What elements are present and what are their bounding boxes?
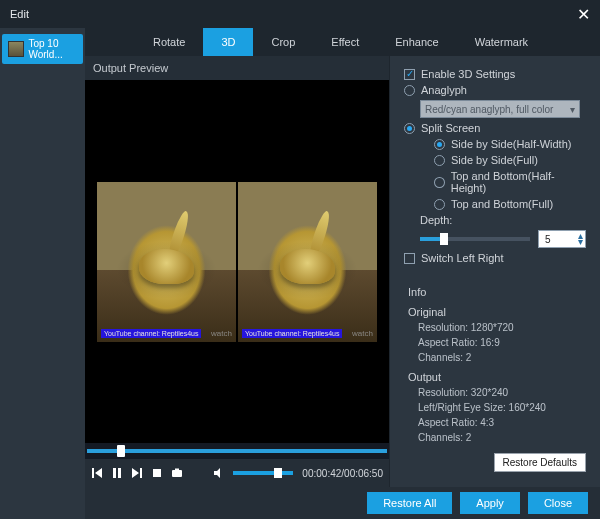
settings-panel: Enable 3D Settings Anaglyph Red/cyan ana… — [390, 56, 600, 487]
enable-3d-label: Enable 3D Settings — [421, 68, 515, 80]
depth-label: Depth: — [420, 214, 452, 226]
sidebar: Top 10 World... — [0, 28, 85, 519]
anaglyph-combo[interactable]: Red/cyan anaglyph, full color ▾ — [420, 100, 580, 118]
tab-3d[interactable]: 3D — [203, 28, 253, 56]
prev-button[interactable] — [91, 467, 103, 479]
tb-half-radio[interactable] — [434, 177, 445, 188]
overlay-channel: YouTube channel: Reptiles4us — [242, 329, 342, 338]
volume-icon[interactable] — [213, 467, 225, 479]
sbs-full-radio[interactable] — [434, 155, 445, 166]
tb-full-label: Top and Bottom(Full) — [451, 198, 553, 210]
tab-effect[interactable]: Effect — [313, 28, 377, 56]
preview-column: Output Preview YouTube channel: Reptiles… — [85, 56, 390, 487]
progress-handle[interactable] — [117, 445, 125, 457]
restore-all-button[interactable]: Restore All — [367, 492, 452, 514]
original-channels: Channels: 2 — [408, 352, 586, 363]
preview-video: YouTube channel: Reptiles4us watch YouTu… — [97, 182, 377, 342]
preview-label: Output Preview — [85, 56, 389, 80]
split-screen-label: Split Screen — [421, 122, 480, 134]
stop-button[interactable] — [151, 467, 163, 479]
tab-enhance[interactable]: Enhance — [377, 28, 456, 56]
tab-crop[interactable]: Crop — [253, 28, 313, 56]
sidebar-item-label: Top 10 World... — [28, 38, 77, 60]
time-display: 00:00:42/00:06:50 — [302, 468, 383, 479]
output-resolution: Resolution: 320*240 — [408, 387, 586, 398]
snapshot-button[interactable] — [171, 467, 183, 479]
overlay-channel: YouTube channel: Reptiles4us — [101, 329, 201, 338]
sbs-full-label: Side by Side(Full) — [451, 154, 538, 166]
pause-button[interactable] — [111, 467, 123, 479]
tabs: Rotate 3D Crop Effect Enhance Watermark — [85, 28, 600, 56]
output-aspect: Aspect Ratio: 4:3 — [408, 417, 586, 428]
restore-defaults-button[interactable]: Restore Defaults — [494, 453, 586, 472]
apply-button[interactable]: Apply — [460, 492, 520, 514]
output-channels: Channels: 2 — [408, 432, 586, 443]
info-heading: Info — [408, 286, 586, 298]
svg-rect-1 — [172, 470, 182, 477]
enable-3d-checkbox[interactable] — [404, 69, 415, 80]
chevron-down-icon: ▾ — [570, 104, 575, 115]
depth-slider[interactable] — [420, 237, 530, 241]
tb-full-radio[interactable] — [434, 199, 445, 210]
output-eye-size: Left/Right Eye Size: 160*240 — [408, 402, 586, 413]
output-heading: Output — [408, 371, 586, 383]
close-button[interactable]: Close — [528, 492, 588, 514]
depth-spinner[interactable]: 5 ▴▾ — [538, 230, 586, 248]
tb-half-label: Top and Bottom(Half-Height) — [451, 170, 586, 194]
window-title: Edit — [10, 8, 29, 20]
depth-value: 5 — [545, 234, 551, 245]
anaglyph-combo-value: Red/cyan anaglyph, full color — [425, 104, 553, 115]
next-button[interactable] — [131, 467, 143, 479]
progress-bar[interactable] — [85, 443, 389, 459]
original-heading: Original — [408, 306, 586, 318]
original-resolution: Resolution: 1280*720 — [408, 322, 586, 333]
volume-slider[interactable] — [233, 471, 293, 475]
anaglyph-label: Anaglyph — [421, 84, 467, 96]
close-icon[interactable]: ✕ — [577, 5, 590, 24]
tab-watermark[interactable]: Watermark — [457, 28, 546, 56]
overlay-watermark: watch — [211, 329, 232, 338]
footer: Restore All Apply Close — [85, 487, 600, 519]
svg-rect-0 — [153, 469, 161, 477]
split-screen-radio[interactable] — [404, 123, 415, 134]
overlay-watermark: watch — [352, 329, 373, 338]
preview-area: YouTube channel: Reptiles4us watch YouTu… — [85, 80, 389, 443]
sidebar-item-video[interactable]: Top 10 World... — [2, 34, 83, 64]
thumbnail-icon — [8, 41, 24, 57]
info-block: Info Original Resolution: 1280*720 Aspec… — [404, 286, 586, 443]
switch-lr-checkbox[interactable] — [404, 253, 415, 264]
sbs-half-radio[interactable] — [434, 139, 445, 150]
original-aspect: Aspect Ratio: 16:9 — [408, 337, 586, 348]
titlebar: Edit ✕ — [0, 0, 600, 28]
spinner-arrows-icon[interactable]: ▴▾ — [578, 233, 583, 245]
anaglyph-radio[interactable] — [404, 85, 415, 96]
player-controls: 00:00:42/00:06:50 — [85, 459, 389, 487]
sbs-half-label: Side by Side(Half-Width) — [451, 138, 571, 150]
switch-lr-label: Switch Left Right — [421, 252, 504, 264]
tab-rotate[interactable]: Rotate — [135, 28, 203, 56]
svg-rect-2 — [175, 469, 179, 471]
